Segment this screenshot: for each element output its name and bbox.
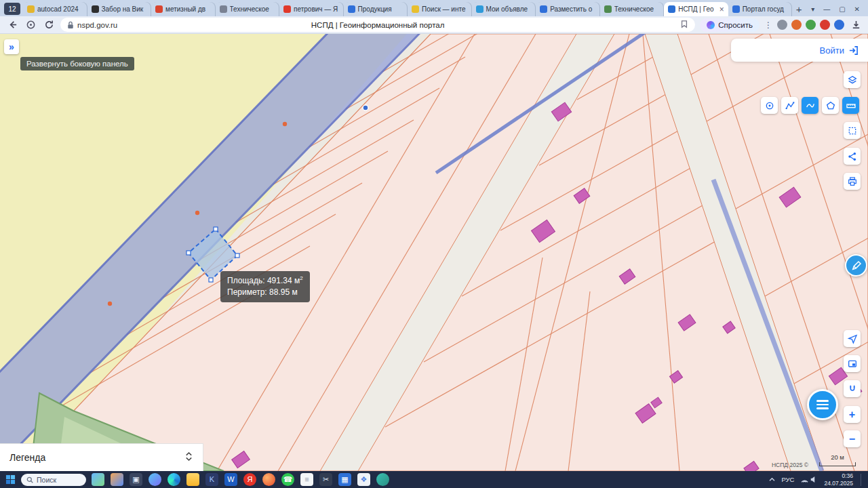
- extension-blue-icon[interactable]: [834, 20, 844, 30]
- system-tray: РУС 0:36 24.07.2025: [769, 472, 863, 487]
- browser-tab[interactable]: autocad 2024: [23, 2, 87, 16]
- bookmark-icon[interactable]: [680, 19, 688, 31]
- legend-label: Легенда: [9, 452, 45, 463]
- layers-button[interactable]: [844, 71, 861, 88]
- taskbar-app-file-explorer[interactable]: [186, 473, 199, 486]
- reload-button[interactable]: [42, 18, 56, 32]
- tab-close-icon[interactable]: ×: [719, 5, 724, 14]
- taskbar-app-whatsapp[interactable]: ☎: [281, 473, 294, 486]
- zoom-out-button[interactable]: −: [844, 430, 861, 447]
- lock-icon: [67, 21, 74, 29]
- tab-favicon: [604, 5, 612, 13]
- browser-tab[interactable]: НСПД | Гео×: [664, 2, 728, 16]
- measure-area-button[interactable]: [822, 97, 839, 114]
- search-icon: [26, 476, 33, 483]
- taskbar-app-calculator[interactable]: ▦: [338, 473, 351, 486]
- tab-label: Техническое: [230, 5, 276, 13]
- close-button[interactable]: ✕: [854, 5, 860, 13]
- maximize-button[interactable]: ▢: [839, 5, 845, 13]
- sidebar-expand-button[interactable]: »: [4, 39, 19, 54]
- print-button[interactable]: [844, 173, 861, 190]
- browser-tab[interactable]: Техническое: [216, 2, 280, 16]
- sidebar-expand-tooltip: Развернуть боковую панель: [20, 57, 134, 70]
- tab-label: Поиск — инте: [422, 5, 468, 13]
- ask-ai-button[interactable]: Спросить: [700, 18, 760, 32]
- browser-tab[interactable]: Портал госуд: [728, 2, 793, 16]
- magnet-button[interactable]: [844, 380, 861, 397]
- area-label: Площадь:: [227, 276, 265, 285]
- url-input[interactable]: nspd.gov.ru НСПД | Геоинформационный пор…: [60, 18, 695, 32]
- legend-chevron-icon[interactable]: [184, 451, 193, 464]
- map-canvas[interactable]: [0, 34, 868, 471]
- taskbar-search[interactable]: Поиск: [21, 474, 86, 486]
- tab-search-icon[interactable]: ▾: [811, 5, 814, 13]
- tab-label: Продукция: [358, 5, 404, 13]
- taskbar-app-app-dark[interactable]: K: [205, 473, 218, 486]
- browser-tab[interactable]: Разместить о: [536, 2, 600, 16]
- minimize-button[interactable]: —: [823, 5, 830, 13]
- chat-button[interactable]: [807, 389, 838, 420]
- browser-tab[interactable]: Техническое: [600, 2, 665, 16]
- tab-favicon: [732, 5, 740, 13]
- extension-orange-icon[interactable]: [791, 20, 802, 30]
- login-button[interactable]: Войти: [820, 45, 844, 56]
- tab-favicon: [476, 5, 484, 13]
- taskbar-app-edge[interactable]: [167, 473, 180, 486]
- browser-tab[interactable]: Мои объявле: [472, 2, 536, 16]
- measure-ruler-button[interactable]: [842, 97, 859, 114]
- browser-tab[interactable]: петрович — Я: [279, 2, 344, 16]
- taskbar-app-word[interactable]: W: [224, 473, 237, 486]
- tab-label: НСПД | Гео: [678, 5, 717, 13]
- network-volume-icons[interactable]: [800, 476, 818, 483]
- back-button[interactable]: [5, 18, 19, 32]
- site-badge-icon[interactable]: [24, 18, 37, 32]
- inset-map-button[interactable]: [844, 355, 861, 372]
- map-copyright: НСПД 2025 ©: [772, 462, 808, 468]
- taskbar-app-photos[interactable]: ❖: [357, 473, 370, 486]
- show-desktop[interactable]: [861, 474, 863, 486]
- browser-tab[interactable]: Поиск — инте: [408, 2, 472, 16]
- tab-favicon: [348, 5, 355, 13]
- measure-polyline-button[interactable]: [781, 97, 798, 114]
- tab-favicon: [155, 5, 163, 13]
- downloads-icon[interactable]: [849, 18, 863, 32]
- browser-menu-icon[interactable]: ⋮: [764, 20, 772, 30]
- share-button[interactable]: [844, 148, 861, 165]
- new-tab-button[interactable]: +: [792, 3, 806, 16]
- tab-label: метизный дв: [165, 5, 212, 13]
- tab-favicon: [92, 5, 99, 13]
- tab-strip: 12 autocad 2024Забор на Викметизный двТе…: [0, 0, 868, 16]
- taskbar-app-photos-widget[interactable]: [111, 473, 123, 486]
- extension-green-icon[interactable]: [806, 20, 816, 30]
- draw-button[interactable]: [845, 254, 867, 277]
- taskbar-app-snipping-tool[interactable]: ✂: [319, 473, 332, 486]
- browser-tab[interactable]: Забор на Вик: [87, 2, 152, 16]
- tab-label: Техническое: [614, 5, 660, 13]
- clock[interactable]: 0:36 24.07.2025: [824, 472, 853, 487]
- measure-distance-button[interactable]: [802, 97, 818, 114]
- taskbar-app-widgets[interactable]: [92, 473, 104, 486]
- zoom-in-button[interactable]: +: [844, 406, 861, 423]
- measure-point-button[interactable]: [761, 97, 778, 114]
- hidden-icons-chevron[interactable]: [769, 476, 775, 483]
- legend-panel[interactable]: Легенда: [0, 443, 203, 471]
- taskbar-app-notepad[interactable]: ≡: [300, 473, 313, 486]
- browser-tab[interactable]: Продукция: [344, 2, 408, 16]
- extent-button[interactable]: [844, 122, 861, 139]
- taskbar-app-task-view[interactable]: ▣: [130, 473, 142, 486]
- language-indicator[interactable]: РУС: [781, 476, 794, 483]
- taskbar-app-browser-orange[interactable]: [262, 473, 275, 486]
- extension-red-icon[interactable]: [820, 20, 830, 30]
- start-button[interactable]: [5, 474, 16, 485]
- extension-gray-icon[interactable]: [777, 20, 787, 30]
- tab-favicon: [540, 5, 547, 13]
- tab-counter[interactable]: 12: [4, 3, 20, 15]
- taskbar-app-yandex-browser[interactable]: Я: [243, 473, 256, 486]
- taskbar: Поиск ▣KWЯ☎≡✂▦❖ РУС 0:36 24.07.2025: [0, 471, 868, 488]
- locate-button[interactable]: [844, 330, 861, 347]
- page-title: НСПД | Геоинформационный портал: [128, 21, 627, 29]
- search-placeholder: Поиск: [37, 476, 56, 484]
- taskbar-app-copilot[interactable]: [149, 473, 161, 486]
- browser-tab[interactable]: метизный дв: [151, 2, 216, 16]
- taskbar-app-paint[interactable]: [376, 473, 389, 486]
